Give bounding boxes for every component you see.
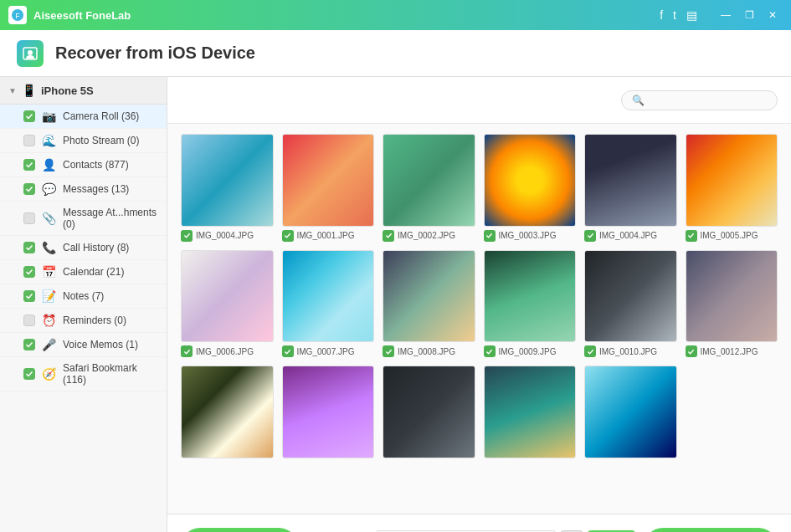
thumbnail-image bbox=[181, 134, 274, 227]
list-item[interactable]: IMG_0002.JPG bbox=[383, 134, 475, 242]
thumbnail-checkbox[interactable] bbox=[181, 345, 193, 357]
title-bar-right: f t ▤ — ❒ ✕ bbox=[660, 7, 783, 23]
item-checkbox-call-history[interactable] bbox=[23, 242, 35, 253]
list-item[interactable]: IMG_0001.JPG bbox=[282, 134, 375, 242]
sidebar-item-messages[interactable]: 💬Messages (13) bbox=[0, 177, 167, 202]
search-icon: 🔍 bbox=[632, 95, 645, 106]
app-title: Aiseesoft FoneLab bbox=[33, 9, 131, 22]
thumbnail-checkbox[interactable] bbox=[484, 230, 496, 242]
list-item[interactable] bbox=[584, 366, 677, 458]
thumbnails-grid: IMG_0004.JPGIMG_0001.JPGIMG_0002.JPGIMG_… bbox=[181, 134, 778, 458]
list-item[interactable] bbox=[181, 366, 274, 458]
list-item[interactable]: IMG_0005.JPG bbox=[686, 134, 778, 242]
sidebar-item-contacts[interactable]: 👤Contacts (877) bbox=[0, 153, 167, 177]
close-button[interactable]: ✕ bbox=[763, 7, 783, 23]
minimize-button[interactable]: — bbox=[716, 7, 736, 23]
thumbnail-image bbox=[584, 250, 677, 343]
thumbnail-checkbox[interactable] bbox=[383, 230, 394, 242]
thumbnail-footer: IMG_0006.JPG bbox=[181, 345, 274, 357]
item-checkbox-calendar[interactable] bbox=[23, 266, 35, 278]
list-item[interactable]: IMG_0004.JPG bbox=[181, 134, 274, 242]
sidebar-item-notes[interactable]: 📝Notes (7) bbox=[0, 284, 167, 309]
thumbnail-image bbox=[484, 250, 577, 343]
sidebar-item-call-history[interactable]: 📞Call History (8) bbox=[0, 236, 167, 260]
sidebar-item-reminders[interactable]: ⏰Reminders (0) bbox=[0, 309, 167, 333]
item-checkbox-photo-stream[interactable] bbox=[23, 135, 35, 146]
twitter-icon[interactable]: t bbox=[673, 8, 676, 22]
list-item[interactable] bbox=[383, 366, 475, 458]
svg-text:F: F bbox=[15, 12, 20, 20]
recover-button[interactable]: Recover bbox=[644, 528, 778, 533]
thumbnail-checkbox[interactable] bbox=[282, 345, 294, 357]
sidebar-item-camera-roll[interactable]: 📷Camera Roll (36) bbox=[0, 105, 167, 129]
home-button[interactable]: Home bbox=[181, 528, 298, 533]
thumbnail-label: IMG_0009.JPG bbox=[499, 347, 557, 356]
sidebar-item-calendar[interactable]: 📅Calendar (21) bbox=[0, 260, 167, 284]
thumbnail-label: IMG_0010.JPG bbox=[599, 347, 657, 356]
list-item[interactable] bbox=[484, 366, 577, 458]
item-checkbox-notes[interactable] bbox=[23, 290, 35, 302]
thumbnail-image bbox=[686, 134, 778, 227]
page-title: Recover from iOS Device bbox=[55, 43, 255, 63]
device-item[interactable]: ▼ 📱 iPhone 5S bbox=[0, 77, 167, 105]
item-checkbox-safari-bookmark[interactable] bbox=[23, 368, 35, 380]
item-label-message-attachments: Message At...hments (0) bbox=[63, 207, 158, 230]
search-box: 🔍 bbox=[621, 90, 778, 110]
thumbnail-checkbox[interactable] bbox=[584, 345, 596, 357]
thumbnail-image bbox=[181, 250, 274, 343]
content-header: 🔍 bbox=[167, 77, 791, 124]
thumbnail-label: IMG_0008.JPG bbox=[398, 347, 455, 356]
item-label-voice-memos: Voice Memos (1) bbox=[63, 339, 158, 350]
device-name: iPhone 5S bbox=[41, 84, 94, 97]
item-icon-reminders: ⏰ bbox=[42, 314, 56, 327]
search-input[interactable] bbox=[650, 95, 767, 106]
item-icon-call-history: 📞 bbox=[42, 241, 56, 254]
item-checkbox-messages[interactable] bbox=[23, 183, 35, 195]
item-checkbox-camera-roll[interactable] bbox=[23, 110, 35, 122]
thumbnail-image bbox=[584, 366, 677, 458]
facebook-icon[interactable]: f bbox=[660, 8, 663, 22]
item-icon-photo-stream: 🌊 bbox=[42, 134, 56, 147]
thumbnail-checkbox[interactable] bbox=[383, 345, 394, 357]
thumbnail-checkbox[interactable] bbox=[484, 345, 496, 357]
list-item[interactable]: IMG_0012.JPG bbox=[686, 250, 778, 358]
list-item[interactable]: IMG_0003.JPG bbox=[484, 134, 577, 242]
window-controls: — ❒ ✕ bbox=[716, 7, 783, 23]
sidebar-item-safari-bookmark[interactable]: 🧭Safari Bookmark (116) bbox=[0, 357, 167, 391]
item-checkbox-reminders[interactable] bbox=[23, 315, 35, 326]
thumbnail-image bbox=[181, 366, 274, 458]
item-icon-safari-bookmark: 🧭 bbox=[42, 367, 56, 381]
item-label-photo-stream: Photo Stream (0) bbox=[63, 135, 158, 146]
thumbnail-footer: IMG_0005.JPG bbox=[686, 230, 778, 242]
thumbnail-image bbox=[383, 366, 475, 458]
maximize-button[interactable]: ❒ bbox=[739, 7, 759, 23]
thumbnail-image bbox=[484, 366, 577, 458]
item-checkbox-contacts[interactable] bbox=[23, 159, 35, 171]
thumbnail-image bbox=[282, 250, 375, 343]
thumbnail-checkbox[interactable] bbox=[584, 230, 596, 242]
list-item[interactable] bbox=[282, 366, 375, 458]
list-item[interactable]: IMG_0004.JPG bbox=[584, 134, 677, 242]
chat-icon[interactable]: ▤ bbox=[686, 8, 697, 22]
list-item[interactable]: IMG_0008.JPG bbox=[383, 250, 475, 358]
thumbnail-image bbox=[282, 134, 375, 227]
list-item[interactable]: IMG_0010.JPG bbox=[584, 250, 677, 358]
list-item[interactable]: IMG_0009.JPG bbox=[484, 250, 577, 358]
item-checkbox-voice-memos[interactable] bbox=[23, 339, 35, 350]
sidebar-item-message-attachments[interactable]: 📎Message At...hments (0) bbox=[0, 202, 167, 236]
app-body: ▼ 📱 iPhone 5S 📷Camera Roll (36)🌊Photo St… bbox=[0, 77, 791, 532]
item-checkbox-message-attachments[interactable] bbox=[23, 212, 35, 224]
device-expand-icon: ▼ bbox=[8, 86, 17, 95]
list-item[interactable]: IMG_0007.JPG bbox=[282, 250, 375, 358]
thumbnail-checkbox[interactable] bbox=[686, 345, 697, 357]
thumbnail-checkbox[interactable] bbox=[686, 230, 697, 242]
thumbnail-checkbox[interactable] bbox=[181, 230, 193, 242]
thumbnail-footer: IMG_0004.JPG bbox=[181, 230, 274, 242]
list-item[interactable]: IMG_0006.JPG bbox=[181, 250, 274, 358]
thumbnail-footer: IMG_0001.JPG bbox=[282, 230, 375, 242]
thumbnail-checkbox[interactable] bbox=[282, 230, 294, 242]
thumbnail-label: IMG_0003.JPG bbox=[499, 231, 557, 240]
sidebar-item-voice-memos[interactable]: 🎤Voice Memos (1) bbox=[0, 333, 167, 357]
thumbnail-label: IMG_0005.JPG bbox=[701, 231, 758, 240]
sidebar-item-photo-stream[interactable]: 🌊Photo Stream (0) bbox=[0, 129, 167, 153]
